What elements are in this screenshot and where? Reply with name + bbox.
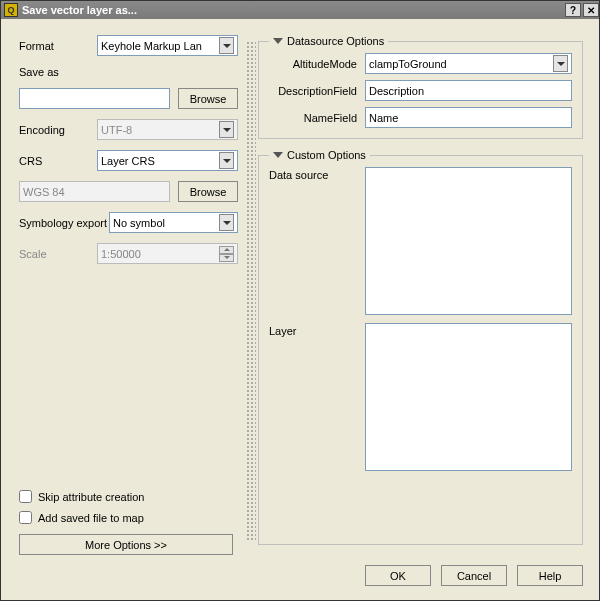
spin-up-icon xyxy=(219,246,234,254)
scale-label: Scale xyxy=(19,248,97,260)
altitude-combo[interactable]: clampToGround xyxy=(365,53,572,74)
namefield-label: NameField xyxy=(269,112,357,124)
saveas-label: Save as xyxy=(19,66,97,78)
add-saved-checkbox[interactable] xyxy=(19,511,32,524)
custom-layer-textarea[interactable] xyxy=(365,323,572,471)
custom-datasource-textarea[interactable] xyxy=(365,167,572,315)
crs-label: CRS xyxy=(19,155,97,167)
crs-text xyxy=(19,181,170,202)
skip-attribute-label: Skip attribute creation xyxy=(38,491,144,503)
app-icon: Q xyxy=(4,3,18,17)
add-saved-label: Add saved file to map xyxy=(38,512,144,524)
custom-layer-label: Layer xyxy=(269,323,357,471)
twisty-down-icon[interactable] xyxy=(273,38,283,44)
custom-options-legend[interactable]: Custom Options xyxy=(269,149,370,161)
chevron-down-icon[interactable] xyxy=(219,37,234,54)
encoding-label: Encoding xyxy=(19,124,97,136)
ok-button[interactable]: OK xyxy=(365,565,431,586)
descriptionfield-label: DescriptionField xyxy=(269,85,357,97)
help-button[interactable]: Help xyxy=(517,565,583,586)
chevron-down-icon[interactable] xyxy=(219,214,234,231)
dialog-footer: OK Cancel Help xyxy=(1,555,599,600)
format-label: Format xyxy=(19,40,97,52)
datasource-options-legend[interactable]: Datasource Options xyxy=(269,35,388,47)
crs-combo[interactable]: Layer CRS xyxy=(97,150,238,171)
custom-datasource-label: Data source xyxy=(269,167,357,315)
custom-options-group: Custom Options Data source Layer xyxy=(258,149,583,545)
titlebar-help-button[interactable]: ? xyxy=(565,3,581,17)
chevron-down-icon[interactable] xyxy=(219,152,234,169)
spin-down-icon xyxy=(219,254,234,262)
format-combo[interactable]: Keyhole Markup Lan xyxy=(97,35,238,56)
twisty-down-icon[interactable] xyxy=(273,152,283,158)
cancel-button[interactable]: Cancel xyxy=(441,565,507,586)
chevron-down-icon xyxy=(219,121,234,138)
descriptionfield-input[interactable] xyxy=(365,80,572,101)
dialog-window: Q Save vector layer as... ? ✕ Format Key… xyxy=(0,0,600,601)
altitude-label: AltitudeMode xyxy=(269,58,357,70)
splitter[interactable] xyxy=(246,41,256,541)
titlebar-close-button[interactable]: ✕ xyxy=(583,3,599,17)
window-title: Save vector layer as... xyxy=(22,4,137,16)
saveas-input[interactable] xyxy=(19,88,170,109)
crs-browse-button[interactable]: Browse xyxy=(178,181,238,202)
chevron-down-icon[interactable] xyxy=(553,55,568,72)
titlebar: Q Save vector layer as... ? ✕ xyxy=(1,1,599,19)
scale-spinner: 1:50000 xyxy=(97,243,238,264)
skip-attribute-checkbox[interactable] xyxy=(19,490,32,503)
namefield-input[interactable] xyxy=(365,107,572,128)
datasource-options-group: Datasource Options AltitudeMode clampToG… xyxy=(258,35,583,139)
symbology-label: Symbology export xyxy=(19,217,109,229)
more-options-button[interactable]: More Options >> xyxy=(19,534,233,555)
symbology-combo[interactable]: No symbol xyxy=(109,212,238,233)
saveas-browse-button[interactable]: Browse xyxy=(178,88,238,109)
encoding-combo: UTF-8 xyxy=(97,119,238,140)
